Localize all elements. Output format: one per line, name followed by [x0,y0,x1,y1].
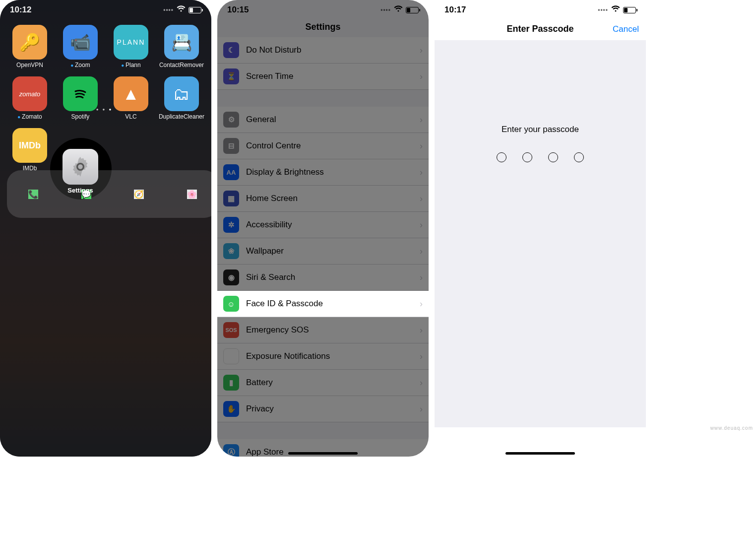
chevron-right-icon: › [420,71,423,82]
sos-icon: SOS [223,322,239,338]
settings-label: Settings [67,187,93,194]
chevron-right-icon: › [420,299,423,309]
chevron-right-icon: › [420,167,423,178]
chevron-right-icon: › [420,246,423,257]
openvpn-icon: 🔑 [12,25,47,60]
chevron-right-icon: › [420,45,423,56]
siri-icon: ◉ [223,269,239,285]
chevron-right-icon: › [420,404,423,414]
app-zoom[interactable]: 📹Zoom [58,25,103,68]
passcode-dot [522,152,532,162]
chevron-right-icon: › [420,115,423,125]
dock-safari[interactable]: 🧭 [134,190,144,199]
battery-icon [189,7,201,13]
row-wallpaper[interactable]: ❀Wallpaper› [217,238,429,265]
vlc-icon: ▲ [114,76,148,111]
cellular-dots-icon: •••• [598,6,608,13]
battery-icon [623,7,636,13]
app-openvpn[interactable]: 🔑OpenVPN [7,25,53,68]
exposure-icon: ✺ [223,348,239,364]
app-contactremover[interactable]: 📇ContactRemover [159,25,204,68]
status-bar: 10:15 •••• [217,0,429,18]
settings-icon [63,149,98,185]
switches-icon: ⊟ [223,138,239,154]
app-imdb[interactable]: IMDbIMDb [7,128,53,172]
wifi-icon [394,5,403,15]
row-display-brightness[interactable]: AADisplay & Brightness› [217,159,429,186]
hand-icon: ✋ [223,401,239,417]
status-time: 10:12 [10,5,31,15]
appstore-icon: Ⓐ [223,444,239,457]
hourglass-icon: ⏳ [223,68,239,84]
chevron-right-icon: › [420,141,423,151]
row-do-not-disturb[interactable]: ☾Do Not Disturb› [217,37,429,64]
passcode-dots [435,152,646,162]
gear-icon: ⚙ [223,112,239,128]
status-bar: 10:12 •••• [0,0,211,18]
app-vlc[interactable]: ▲VLC [108,76,154,120]
passcode-panel: 10:17 •••• Enter Passcode Cancel Enter y… [435,0,646,457]
row-control-centre[interactable]: ⊟Control Centre› [217,133,429,159]
spotify-icon [63,76,98,111]
moon-icon: ☾ [223,42,239,58]
dock: 📞 💬 🧭 🌸 [7,170,211,218]
status-bar: 10:17 •••• [435,0,646,18]
settings-list[interactable]: ☾Do Not Disturb› ⏳Screen Time› ⚙General›… [217,37,429,457]
wallpaper-icon: ❀ [223,243,239,259]
row-emergency-sos[interactable]: SOSEmergency SOS› [217,317,429,343]
row-face-id-passcode[interactable]: ☺Face ID & Passcode› [217,291,429,317]
zoom-icon: 📹 [63,25,98,60]
app-duplicatecleaner[interactable]: 🗂DuplicateCleaner [159,76,204,120]
passcode-dot [497,152,506,162]
app-spotify[interactable]: Spotify [58,76,103,120]
duplicatecleaner-icon: 🗂 [164,76,199,111]
dock-phone[interactable]: 📞 [28,190,38,199]
app-plann[interactable]: PLANNPlann [108,25,154,68]
dock-photos[interactable]: 🌸 [187,190,197,199]
chevron-right-icon: › [420,194,423,204]
battery-row-icon: ▮ [223,375,239,391]
battery-icon [406,7,419,13]
aa-icon: AA [223,164,239,180]
cellular-dots-icon: •••• [380,6,391,13]
cancel-button[interactable]: Cancel [613,24,639,34]
app-zomato[interactable]: zomatoZomato [7,76,53,120]
wifi-icon [611,5,620,15]
passcode-dot [574,152,584,162]
chevron-right-icon: › [420,351,423,362]
app-grid: 🔑OpenVPN 📹Zoom PLANNPlann 📇ContactRemove… [0,18,211,172]
status-time: 10:17 [444,5,466,15]
imdb-icon: IMDb [12,128,47,163]
contactremover-icon: 📇 [164,25,199,60]
row-siri-search[interactable]: ◉Siri & Search› [217,265,429,291]
row-battery[interactable]: ▮Battery› [217,370,429,396]
home-indicator[interactable] [505,452,575,455]
home-indicator[interactable] [288,452,358,455]
zomato-icon: zomato [12,76,47,111]
cellular-dots-icon: •••• [163,6,174,13]
watermark: www.deuaq.com [710,425,753,431]
accessibility-icon: ✲ [223,217,239,233]
row-exposure-notifications[interactable]: ✺Exposure Notifications› [217,343,429,370]
row-general[interactable]: ⚙General› [217,107,429,133]
chevron-right-icon: › [420,272,423,283]
row-screen-time[interactable]: ⏳Screen Time› [217,64,429,90]
passcode-dot [548,152,558,162]
wifi-icon [177,5,186,15]
chevron-right-icon: › [420,378,423,388]
chevron-right-icon: › [420,325,423,335]
passcode-prompt: Enter your passcode [435,125,646,134]
chevron-right-icon: › [420,447,423,457]
page-indicator[interactable]: ●●● [0,107,211,112]
faceid-icon: ☺ [223,296,239,312]
passcode-title: Enter Passcode [506,24,573,34]
grid-icon: ▦ [223,191,239,206]
settings-list-panel: 10:15 •••• Settings ☾Do Not Disturb› ⏳Sc… [217,0,429,457]
row-privacy[interactable]: ✋Privacy› [217,396,429,422]
row-accessibility[interactable]: ✲Accessibility› [217,212,429,238]
app-settings-highlighted[interactable]: Settings [63,149,98,194]
nav-title: Settings [217,18,429,37]
home-screen-panel: 10:12 •••• 🔑OpenVPN 📹Zoom PLANNPlann 📇Co… [0,0,211,457]
row-home-screen[interactable]: ▦Home Screen› [217,186,429,212]
plann-icon: PLANN [114,25,148,60]
